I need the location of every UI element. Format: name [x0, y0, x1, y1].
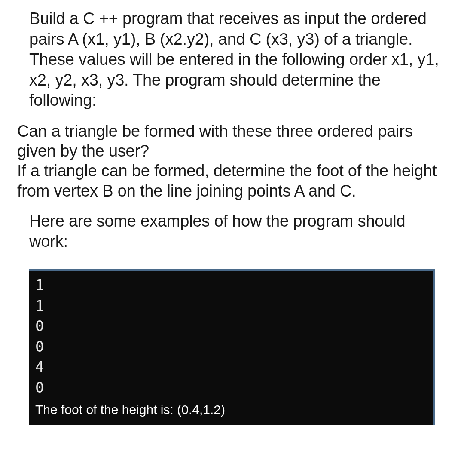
- problem-statement-paragraph-2: Can a triangle be formed with these thre…: [17, 121, 447, 201]
- problem-statement-paragraph-1: Build a C ++ program that receives as in…: [29, 9, 447, 111]
- document-page: Build a C ++ program that receives as in…: [0, 0, 464, 442]
- terminal-input-line: 1: [35, 296, 427, 316]
- terminal-input-line: 0: [35, 337, 427, 357]
- terminal-input-line: 1: [35, 275, 427, 296]
- terminal-input-line: 0: [35, 378, 427, 398]
- problem-statement-paragraph-3: Here are some examples of how the progra…: [29, 211, 447, 252]
- terminal-input-line: 4: [35, 357, 427, 378]
- terminal-window: 1 1 0 0 4 0 The foot of the height is: (…: [29, 269, 435, 425]
- terminal-input-line: 0: [35, 316, 427, 337]
- terminal-output-line: The foot of the height is: (0.4,1.2): [35, 401, 427, 419]
